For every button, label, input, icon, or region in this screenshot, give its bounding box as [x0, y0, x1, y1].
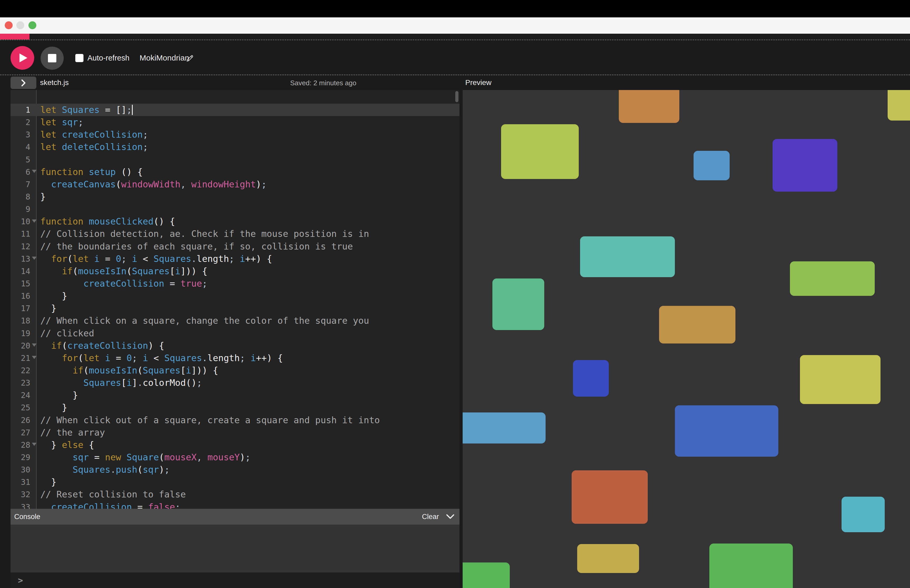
play-button[interactable] — [11, 46, 34, 70]
traffic-light-close[interactable] — [5, 21, 13, 29]
code-line[interactable]: 2let sqr; — [11, 116, 459, 128]
line-number[interactable]: 3 — [11, 130, 30, 139]
edit-pencil-icon[interactable] — [186, 53, 195, 62]
line-number[interactable]: 32 — [11, 490, 30, 499]
line-number[interactable]: 23 — [11, 378, 30, 388]
sketch-square[interactable] — [580, 236, 675, 277]
line-number[interactable]: 28 — [11, 440, 30, 449]
line-number[interactable]: 21 — [11, 354, 30, 363]
sketch-square[interactable] — [710, 544, 793, 588]
line-number[interactable]: 17 — [11, 304, 30, 313]
line-number[interactable]: 22 — [11, 366, 30, 375]
line-number[interactable]: 29 — [11, 453, 30, 462]
auto-refresh-checkbox[interactable] — [75, 54, 84, 62]
line-number[interactable]: 6 — [11, 167, 30, 177]
sketch-square[interactable] — [492, 278, 544, 330]
traffic-light-minimize[interactable] — [16, 21, 24, 29]
code-line[interactable]: 7 createCanvas(windowWidth, windowHeight… — [11, 178, 459, 191]
sketch-square[interactable] — [501, 124, 579, 179]
console-clear-button[interactable]: Clear — [422, 513, 439, 521]
code-line[interactable]: 33 createCollision = false; — [11, 501, 459, 509]
code-line[interactable]: 18// When click on a square, change the … — [11, 315, 459, 327]
code-line[interactable]: 28 } else { — [11, 439, 459, 451]
console-input-line[interactable]: > — [11, 572, 459, 588]
line-number[interactable]: 5 — [11, 155, 30, 164]
line-number[interactable]: 10 — [11, 217, 30, 226]
line-number[interactable]: 19 — [11, 329, 30, 338]
code-line[interactable]: 19// clicked — [11, 327, 459, 339]
code-line[interactable]: 11// Collision detection, ae. Check if t… — [11, 228, 459, 240]
line-number[interactable]: 8 — [11, 192, 30, 201]
code-line[interactable]: 9 — [11, 203, 459, 215]
code-line[interactable]: 12// the boundaries of each square, if s… — [11, 240, 459, 253]
sketch-square[interactable] — [773, 139, 837, 192]
code-line[interactable]: 17 } — [11, 302, 459, 315]
sketch-square[interactable] — [577, 544, 639, 573]
line-number[interactable]: 16 — [11, 291, 30, 300]
sketch-square[interactable] — [573, 360, 609, 397]
console-collapse-button[interactable] — [446, 514, 455, 520]
line-number[interactable]: 13 — [11, 254, 30, 263]
traffic-light-maximize[interactable] — [28, 21, 36, 29]
line-number[interactable]: 26 — [11, 415, 30, 425]
code-line[interactable]: 14 if(mouseIsIn(Squares[i])) { — [11, 265, 459, 278]
code-line[interactable]: 30 Squares.push(sqr); — [11, 464, 459, 476]
line-number[interactable]: 11 — [11, 229, 30, 239]
sketch-square[interactable] — [693, 151, 730, 180]
project-name[interactable]: MokiMondrian — [139, 54, 189, 62]
line-number[interactable]: 12 — [11, 242, 30, 251]
sketch-square[interactable] — [619, 90, 679, 123]
line-number[interactable]: 18 — [11, 316, 30, 325]
line-number[interactable]: 7 — [11, 180, 30, 189]
line-number[interactable]: 15 — [11, 279, 30, 288]
code-line[interactable]: 24 } — [11, 389, 459, 401]
code-line[interactable]: 6function setup () { — [11, 166, 459, 178]
code-line[interactable]: 27// the array — [11, 426, 459, 439]
sketch-preview-canvas[interactable] — [462, 90, 910, 588]
sketch-square[interactable] — [800, 355, 881, 404]
code-line[interactable]: 13 for(let i = 0; i < Squares.length; i+… — [11, 253, 459, 265]
editor-scrollbar-thumb[interactable] — [455, 91, 458, 102]
sketch-square[interactable] — [842, 497, 885, 532]
line-number[interactable]: 2 — [11, 118, 30, 127]
line-number[interactable]: 25 — [11, 403, 30, 412]
code-line[interactable]: 32// Reset collision to false — [11, 488, 459, 501]
code-line[interactable]: 16 } — [11, 290, 459, 302]
code-line[interactable]: 15 createCollision = true; — [11, 278, 459, 290]
stop-button[interactable] — [40, 47, 64, 70]
code-line[interactable]: 20 if(createCollision) { — [11, 339, 459, 352]
line-number[interactable]: 30 — [11, 465, 30, 474]
code-line[interactable]: 21 for(let i = 0; i < Squares.length; i+… — [11, 352, 459, 364]
sketch-square[interactable] — [462, 562, 510, 588]
sketch-square[interactable] — [659, 306, 735, 344]
line-number[interactable]: 14 — [11, 267, 30, 276]
sidebar-expand-button[interactable] — [11, 77, 36, 89]
code-line[interactable]: 1let Squares = []; — [11, 104, 459, 116]
tab-sketch-js[interactable]: sketch.js — [40, 78, 69, 87]
line-number[interactable]: 33 — [11, 502, 30, 509]
code-line[interactable]: 22 if(mouseIsIn(Squares[i])) { — [11, 364, 459, 376]
code-line[interactable]: 25 } — [11, 401, 459, 414]
code-editor[interactable]: 1let Squares = [];2let sqr;3let createCo… — [11, 90, 459, 509]
line-number[interactable]: 1 — [11, 105, 30, 115]
line-number[interactable]: 9 — [11, 205, 30, 214]
code-line[interactable]: 26// When click out of a square, create … — [11, 414, 459, 426]
code-line[interactable]: 31 } — [11, 476, 459, 488]
sketch-square[interactable] — [887, 90, 910, 121]
line-number[interactable]: 27 — [11, 428, 30, 437]
code-line[interactable]: 4let deleteCollision; — [11, 141, 459, 153]
line-number[interactable]: 24 — [11, 391, 30, 400]
code-line[interactable]: 5 — [11, 153, 459, 166]
sketch-square[interactable] — [572, 470, 648, 524]
code-line[interactable]: 10function mouseClicked() { — [11, 215, 459, 228]
sketch-square[interactable] — [790, 262, 875, 296]
code-line[interactable]: 8} — [11, 191, 459, 203]
sketch-square[interactable] — [675, 405, 778, 457]
line-number[interactable]: 20 — [11, 341, 30, 351]
line-number[interactable]: 31 — [11, 477, 30, 487]
code-line[interactable]: 23 Squares[i].colorMod(); — [11, 376, 459, 389]
code-line[interactable]: 3let createCollision; — [11, 128, 459, 141]
code-line[interactable]: 29 sqr = new Square(mouseX, mouseY); — [11, 451, 459, 464]
line-number[interactable]: 4 — [11, 142, 30, 152]
sketch-square[interactable] — [462, 412, 546, 444]
